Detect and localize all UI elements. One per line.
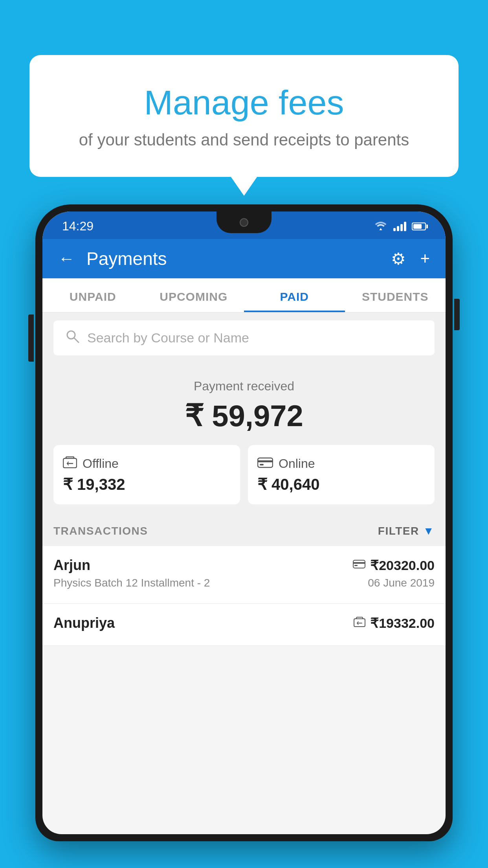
transaction-date: 06 June 2019 (368, 577, 435, 589)
transactions-header: TRANSACTIONS FILTER ▼ (42, 516, 446, 546)
transaction-course: Physics Batch 12 Installment - 2 (53, 577, 210, 589)
status-icons (374, 219, 426, 233)
online-card-type: Online (279, 456, 315, 471)
search-placeholder: Search by Course or Name (87, 330, 249, 346)
back-button[interactable]: ← (58, 249, 75, 268)
speech-bubble-container: Manage fees of your students and send re… (29, 55, 459, 177)
offline-card-type: Offline (83, 456, 119, 471)
offline-card-header: Offline (63, 456, 231, 471)
transaction-online-icon (353, 559, 365, 572)
status-time: 14:29 (62, 219, 94, 234)
app-header: ← Payments ⚙ + (42, 239, 446, 278)
tab-paid[interactable]: PAID (244, 278, 345, 312)
transaction-amount-row: ₹20320.00 (353, 557, 435, 573)
transaction-offline-icon (354, 617, 365, 630)
transaction-row-bottom: Physics Batch 12 Installment - 2 06 June… (53, 577, 435, 589)
payment-cards: Offline ₹ 19,332 (53, 445, 435, 504)
transactions-label: TRANSACTIONS (53, 525, 148, 537)
transaction-row-top: Anupriya ₹19332.00 (53, 615, 435, 631)
filter-icon: ▼ (423, 525, 435, 537)
phone-outer: 14:29 (35, 204, 453, 841)
phone-mockup: 14:29 (35, 204, 453, 868)
battery-fill (413, 224, 422, 229)
speech-bubble: Manage fees of your students and send re… (29, 55, 459, 177)
online-card-header: Online (257, 456, 425, 471)
signal-bars-icon (393, 222, 406, 231)
online-card: Online ₹ 40,640 (248, 445, 435, 504)
search-container: Search by Course or Name (42, 313, 446, 363)
transaction-item[interactable]: Anupriya ₹19332.00 (42, 604, 446, 646)
camera-dot (240, 218, 248, 227)
svg-rect-7 (353, 560, 365, 568)
bubble-subtitle: of your students and send receipts to pa… (61, 131, 427, 149)
tabs-bar: UNPAID UPCOMING PAID STUDENTS (42, 278, 446, 313)
tab-students[interactable]: STUDENTS (345, 278, 446, 312)
search-icon (65, 329, 79, 347)
wifi-icon (374, 219, 388, 233)
add-button[interactable]: + (420, 249, 430, 268)
header-actions: ⚙ + (391, 249, 430, 268)
transaction-name: Arjun (53, 557, 90, 574)
search-bar[interactable]: Search by Course or Name (53, 320, 435, 355)
svg-line-1 (74, 338, 79, 342)
svg-rect-9 (354, 565, 358, 566)
transaction-row-top: Arjun ₹20320.00 (53, 557, 435, 574)
transaction-amount-value: ₹19332.00 (370, 615, 435, 631)
filter-button[interactable]: FILTER ▼ (378, 525, 435, 537)
payment-summary: Payment received ₹ 59,972 (42, 363, 446, 516)
payment-total-amount: ₹ 59,972 (53, 398, 435, 433)
transaction-amount-value: ₹20320.00 (370, 557, 435, 573)
offline-payment-icon (63, 456, 77, 471)
svg-rect-6 (260, 464, 264, 465)
header-title: Payments (86, 248, 379, 269)
bubble-title: Manage fees (61, 83, 427, 123)
phone-inner: 14:29 (42, 211, 446, 834)
filter-label: FILTER (378, 525, 419, 537)
online-payment-icon (257, 456, 273, 471)
svg-rect-5 (258, 460, 273, 462)
transaction-amount-row: ₹19332.00 (354, 615, 435, 631)
svg-rect-8 (353, 562, 365, 564)
phone-notch (216, 211, 272, 233)
transaction-name: Anupriya (53, 615, 115, 631)
payment-received-label: Payment received (53, 379, 435, 394)
offline-card: Offline ₹ 19,332 (53, 445, 240, 504)
transaction-item[interactable]: Arjun ₹20320.00 Physics Batch 1 (42, 546, 446, 604)
tab-upcoming[interactable]: UPCOMING (143, 278, 244, 312)
tab-unpaid[interactable]: UNPAID (42, 278, 143, 312)
offline-card-amount: ₹ 19,332 (63, 475, 231, 493)
battery-icon (412, 223, 426, 230)
online-card-amount: ₹ 40,640 (257, 475, 425, 493)
settings-icon[interactable]: ⚙ (391, 249, 406, 268)
svg-rect-4 (258, 458, 273, 467)
